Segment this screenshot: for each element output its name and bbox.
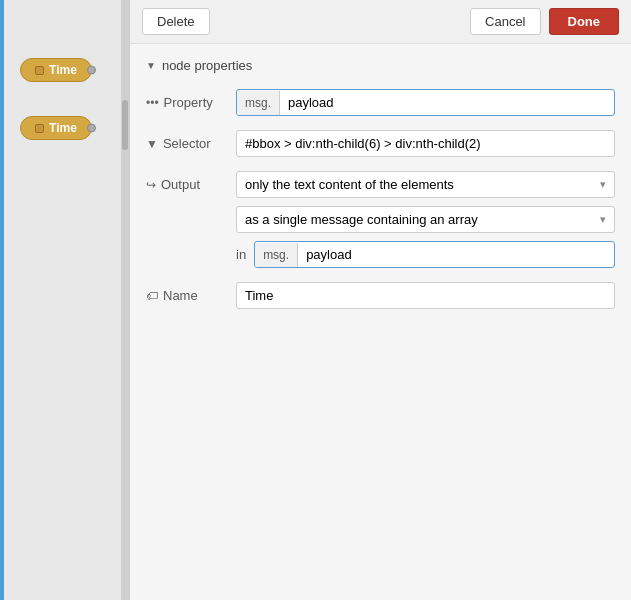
output-control: only the text content of the elementsas … [236,171,615,268]
properties-panel: Delete Cancel Done ▼ node properties •••… [130,0,631,600]
name-label: 🏷 Name [146,282,236,303]
output-in-label-text: in [236,247,246,262]
output-in-row: in msg. [236,241,615,268]
output-in-input[interactable] [298,242,614,267]
done-button[interactable]: Done [549,8,620,35]
toolbar: Delete Cancel Done [130,0,631,44]
scrollbar[interactable] [121,0,129,600]
name-input[interactable] [236,282,615,309]
output-label-text: Output [161,177,200,192]
property-input[interactable] [280,90,614,115]
chevron-down-icon-1: ▾ [592,173,614,196]
node-port-right-2 [87,124,96,133]
selector-input[interactable] [236,130,615,157]
selector-label: ▼ Selector [146,130,236,151]
output-in-prefix: msg. [255,243,298,267]
active-indicator [0,0,4,600]
output-in-input-group: msg. [254,241,615,268]
output-select1-wrapper: only the text content of the elementsas … [236,171,615,198]
scroll-thumb [122,100,128,150]
node-properties-section: ▼ node properties ••• Property msg. ▼ Se… [130,44,631,600]
chevron-down-icon-2: ▾ [592,208,614,231]
node-icon-2 [35,124,44,133]
selector-row: ▼ Selector [146,130,615,157]
property-row: ••• Property msg. [146,89,615,116]
name-label-text: Name [163,288,198,303]
property-control: msg. [236,89,615,116]
property-input-group: msg. [236,89,615,116]
section-title: node properties [162,58,252,73]
node-port-right-1 [87,66,96,75]
node-icon-1 [35,66,44,75]
selector-control [236,130,615,157]
property-label-text: Property [164,95,213,110]
property-label: ••• Property [146,89,236,110]
selector-label-text: Selector [163,136,211,151]
section-header: ▼ node properties [146,58,615,73]
flow-node-1[interactable]: Time [20,58,92,82]
flow-node-2[interactable]: Time [20,116,92,140]
chevron-icon[interactable]: ▼ [146,60,156,71]
selector-icon: ▼ [146,137,158,151]
output-select1[interactable]: only the text content of the elementsas … [237,172,592,197]
name-control [236,282,615,309]
output-label: ↪ Output [146,171,236,192]
property-icon: ••• [146,96,159,110]
output-select2-wrapper: as a single message containing an arraya… [236,206,615,233]
delete-button[interactable]: Delete [142,8,210,35]
flow-panel: Time Time [0,0,130,600]
output-row: ↪ Output only the text content of the el… [146,171,615,268]
output-icon: ↪ [146,178,156,192]
output-select2[interactable]: as a single message containing an arraya… [237,207,592,232]
node-label-1: Time [49,63,77,77]
cancel-button[interactable]: Cancel [470,8,540,35]
name-row: 🏷 Name [146,282,615,309]
node-label-2: Time [49,121,77,135]
name-icon: 🏷 [146,289,158,303]
property-prefix: msg. [237,91,280,115]
